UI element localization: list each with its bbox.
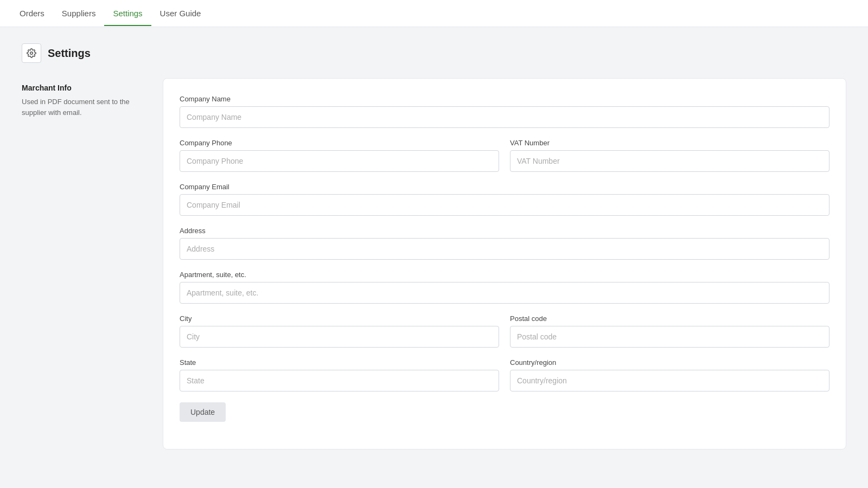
apartment-input[interactable] <box>180 282 829 304</box>
main-layout: Marchant Info Used in PDF document sent … <box>22 78 846 450</box>
city-group: City <box>180 314 499 348</box>
company-name-label: Company Name <box>180 95 829 103</box>
postal-code-group: Postal code <box>510 314 829 348</box>
phone-vat-row: Company Phone VAT Number <box>180 139 829 172</box>
city-postal-row: City Postal code <box>180 314 829 348</box>
update-button[interactable]: Update <box>180 402 226 422</box>
address-group: Address <box>180 227 829 260</box>
state-input[interactable] <box>180 370 499 391</box>
postal-code-input[interactable] <box>510 326 829 348</box>
vat-number-input[interactable] <box>510 150 829 172</box>
company-phone-label: Company Phone <box>180 139 499 147</box>
nav-bar: Orders Suppliers Settings User Guide <box>0 0 868 27</box>
nav-suppliers[interactable]: Suppliers <box>53 1 105 25</box>
company-email-group: Company Email <box>180 183 829 216</box>
company-name-input[interactable] <box>180 106 829 128</box>
state-country-row: State Country/region <box>180 358 829 391</box>
state-group: State <box>180 358 499 391</box>
city-label: City <box>180 314 499 323</box>
state-label: State <box>180 358 499 367</box>
update-button-group: Update <box>180 402 829 422</box>
nav-user-guide[interactable]: User Guide <box>151 1 210 25</box>
form-card: Company Name Company Phone VAT Number Co… <box>163 78 846 450</box>
company-phone-input[interactable] <box>180 150 499 172</box>
company-email-label: Company Email <box>180 183 829 191</box>
country-label: Country/region <box>510 358 829 367</box>
vat-number-label: VAT Number <box>510 139 829 147</box>
sidebar-info: Marchant Info Used in PDF document sent … <box>22 78 141 450</box>
svg-point-0 <box>30 52 33 55</box>
gear-icon <box>22 43 41 63</box>
address-input[interactable] <box>180 238 829 260</box>
city-input[interactable] <box>180 326 499 348</box>
page-content: Settings Marchant Info Used in PDF docum… <box>0 27 868 466</box>
company-email-input[interactable] <box>180 194 829 216</box>
vat-number-group: VAT Number <box>510 139 829 172</box>
country-group: Country/region <box>510 358 829 391</box>
nav-settings[interactable]: Settings <box>104 1 151 25</box>
page-header: Settings <box>22 43 846 63</box>
company-phone-group: Company Phone <box>180 139 499 172</box>
postal-code-label: Postal code <box>510 314 829 323</box>
sidebar-section-title: Marchant Info <box>22 84 141 92</box>
company-name-group: Company Name <box>180 95 829 128</box>
page-title: Settings <box>48 47 91 60</box>
apartment-group: Apartment, suite, etc. <box>180 271 829 304</box>
nav-orders[interactable]: Orders <box>11 1 53 25</box>
sidebar-section-desc: Used in PDF document sent to the supplie… <box>22 97 141 118</box>
country-input[interactable] <box>510 370 829 391</box>
apartment-label: Apartment, suite, etc. <box>180 271 829 279</box>
address-label: Address <box>180 227 829 235</box>
